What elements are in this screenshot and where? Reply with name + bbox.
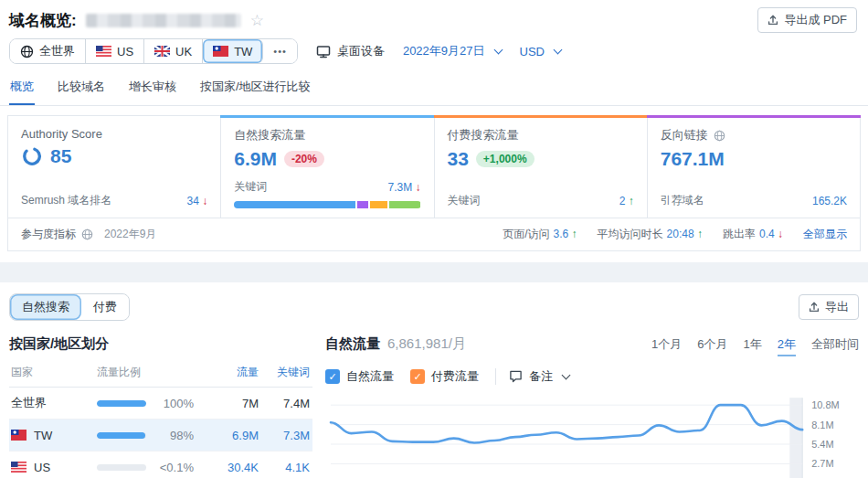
down-arrow-icon: ↓ xyxy=(202,195,207,207)
share-bar xyxy=(97,432,146,439)
down-arrow-icon: ↓ xyxy=(416,181,421,194)
us-flag-icon xyxy=(96,46,111,57)
range-all[interactable]: 全部时间 xyxy=(811,336,859,356)
card-accent-strip xyxy=(434,115,648,118)
countries-title: 按国家/地区划分 xyxy=(9,335,312,353)
globe-icon xyxy=(20,45,34,58)
countries-section: 按国家/地区划分 国家 流量比例 流量 关键词 全世界 100% 7M 7.4M xyxy=(9,324,312,478)
pill-paid[interactable]: 付费 xyxy=(81,294,129,320)
svg-text:8.1M: 8.1M xyxy=(811,420,833,430)
table-header: 国家 流量比例 流量 关键词 xyxy=(9,360,312,388)
paid-traffic-card: 付费搜索流量 33 +1,000% 关键词 2 ↑ xyxy=(434,115,648,218)
chart-current-value: 6,861,981/月 xyxy=(387,335,466,353)
up-arrow-icon: ↑ xyxy=(572,228,577,240)
svg-text:2.7M: 2.7M xyxy=(811,458,833,469)
organic-change-badge: -20% xyxy=(284,151,324,167)
chevron-down-icon xyxy=(554,46,563,55)
traffic-chart-section: 自然流量 6,861,981/月 1个月 6个月 1年 2年 全部时间 ✓ 自然… xyxy=(325,324,859,478)
engagement-period: 2022年9月 xyxy=(104,227,156,242)
uk-flag-icon xyxy=(154,46,170,57)
paid-keywords-value[interactable]: 2 xyxy=(619,195,626,207)
region-us[interactable]: US xyxy=(86,39,144,63)
organic-traffic-value[interactable]: 6.9M xyxy=(234,148,277,170)
card-accent-strip xyxy=(647,115,861,118)
card-accent-strip xyxy=(220,115,434,118)
tab-compare-by-country[interactable]: 按国家/地区进行比较 xyxy=(199,71,312,105)
svg-text:5.4M: 5.4M xyxy=(811,439,833,450)
section-tabs: 概览 比较域名 增长审核 按国家/地区进行比较 xyxy=(0,71,868,106)
time-range-selector: 1个月 6个月 1年 2年 全部时间 xyxy=(651,336,859,356)
bounce-rate: 跳出率0.4 ↓ xyxy=(723,227,783,242)
region-worldwide[interactable]: 全世界 xyxy=(10,39,86,63)
export-pdf-button[interactable]: 导出成 PDF xyxy=(757,7,857,33)
avg-visit-duration: 平均访问时长20:48 ↑ xyxy=(598,227,703,242)
page-title: 域名概览: xyxy=(9,10,77,31)
up-arrow-icon: ↑ xyxy=(629,195,634,207)
show-all-link[interactable]: 全部显示 xyxy=(803,227,847,242)
notes-dropdown[interactable]: 备注 xyxy=(509,368,569,385)
us-flag-icon xyxy=(11,462,26,473)
tab-compare-domains[interactable]: 比较域名 xyxy=(57,71,106,105)
table-row-tw[interactable]: TW 98% 6.9M 7.3M xyxy=(9,420,312,451)
upload-icon xyxy=(809,302,820,313)
domain-overview-page: 域名概览: ☆ 导出成 PDF 全世界 US xyxy=(0,0,868,478)
range-1m[interactable]: 1个月 xyxy=(651,336,682,356)
favorite-star-icon[interactable]: ☆ xyxy=(250,13,264,28)
authority-score-card: Authority Score 85 Semrush 域名排名 34 ↓ xyxy=(7,115,221,218)
organic-traffic-chart[interactable]: 10.8M8.1M5.4M2.7M02020年102021年1月2021年4月2… xyxy=(325,390,859,478)
paid-traffic-value[interactable]: 33 xyxy=(448,148,469,170)
region-selector: 全世界 US UK TW ••• xyxy=(9,38,298,64)
toolbar: 全世界 US UK TW ••• xyxy=(0,35,868,71)
region-tw[interactable]: TW xyxy=(203,39,263,63)
domain-rank-value[interactable]: 34 xyxy=(187,195,199,207)
share-bar xyxy=(97,400,146,407)
checkbox-checked-icon: ✓ xyxy=(410,369,425,384)
table-row-worldwide[interactable]: 全世界 100% 7M 7.4M xyxy=(9,388,312,420)
tw-flag-icon xyxy=(11,430,26,441)
pages-per-visit: 页面/访问3.6 ↑ xyxy=(503,227,577,242)
page-header: 域名概览: ☆ 导出成 PDF xyxy=(0,0,868,35)
export-button[interactable]: 导出 xyxy=(799,294,859,320)
table-row-us[interactable]: US <0.1% 30.4K 4.1K xyxy=(9,451,312,478)
legend-paid-checkbox[interactable]: ✓ 付费流量 xyxy=(410,368,479,385)
svg-text:10.8M: 10.8M xyxy=(811,399,839,410)
legend-organic-checkbox[interactable]: ✓ 自然流量 xyxy=(325,368,394,385)
ellipsis-icon: ••• xyxy=(273,46,287,57)
device-selector[interactable]: 桌面设备 xyxy=(316,43,385,59)
score-ring-icon xyxy=(21,145,43,167)
metric-cards: Authority Score 85 Semrush 域名排名 34 ↓ 自然搜… xyxy=(7,115,861,218)
intent-distribution-bar xyxy=(234,201,420,208)
tab-overview[interactable]: 概览 xyxy=(9,71,35,105)
organic-traffic-card: 自然搜索流量 6.9M -20% 关键词 7.3M ↓ xyxy=(220,115,434,218)
chevron-down-icon xyxy=(562,371,571,380)
domain-name-redacted xyxy=(86,14,241,27)
info-globe-icon xyxy=(714,130,725,142)
backlinks-value[interactable]: 767.1M xyxy=(661,148,725,170)
range-2y[interactable]: 2年 xyxy=(778,336,796,356)
down-arrow-icon: ↓ xyxy=(778,228,783,240)
range-6m[interactable]: 6个月 xyxy=(697,336,727,356)
info-globe-icon xyxy=(81,228,93,240)
date-selector[interactable]: 2022年9月27日 xyxy=(403,43,502,59)
traffic-type-toggle: 自然搜索 付费 xyxy=(9,293,130,321)
share-bar xyxy=(97,464,146,471)
section-divider xyxy=(0,262,868,282)
referring-domains-value[interactable]: 165.2K xyxy=(812,195,847,207)
pill-organic[interactable]: 自然搜索 xyxy=(10,294,81,320)
paid-change-badge: +1,000% xyxy=(476,151,535,167)
tab-growth-report[interactable]: 增长审核 xyxy=(128,71,177,105)
traffic-panel: 自然搜索 付费 导出 按国家/地区划分 国家 流量比例 流量 关键词 xyxy=(0,282,868,478)
backlinks-card: 反向链接 767.1M 引荐域名 165.2K xyxy=(647,115,861,218)
desktop-icon xyxy=(316,45,331,58)
more-regions-button[interactable]: ••• xyxy=(263,39,297,63)
organic-keywords-value[interactable]: 7.3M xyxy=(387,181,412,194)
chevron-down-icon xyxy=(493,46,503,55)
authority-score-value: 85 xyxy=(50,145,71,167)
range-1y[interactable]: 1年 xyxy=(744,336,762,356)
currency-selector[interactable]: USD xyxy=(520,45,561,58)
checkbox-checked-icon: ✓ xyxy=(325,369,340,384)
tw-flag-icon xyxy=(213,46,228,57)
region-uk[interactable]: UK xyxy=(144,39,203,63)
upload-icon xyxy=(767,15,778,26)
speech-bubble-icon xyxy=(509,370,523,383)
